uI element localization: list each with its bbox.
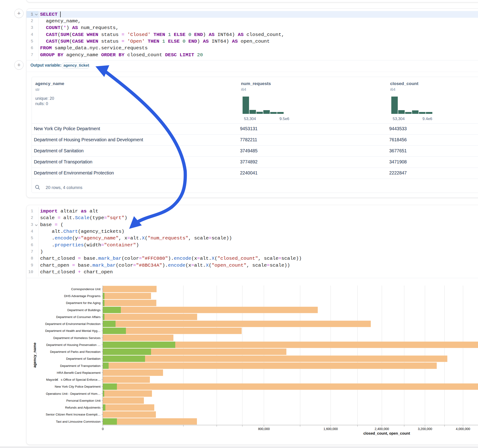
svg-text:HRA Benefit Card Replacement: HRA Benefit Card Replacement <box>57 371 101 374</box>
svg-text:Department of Transportation: Department of Transportation <box>60 364 101 367</box>
svg-text:New York City Police Departmen: New York City Police Department <box>55 385 101 388</box>
svg-text:Department of Buildings: Department of Buildings <box>67 308 101 312</box>
svg-text:Department of Homeless Service: Department of Homeless Services <box>53 336 101 340</box>
svg-text:Correspondence Unit: Correspondence Unit <box>71 287 101 291</box>
svg-text:Department of Parks and Recrea: Department of Parks and Recreation <box>50 350 101 354</box>
svg-text:Department for the Aging: Department for the Aging <box>66 301 101 305</box>
svg-text:Operations Unit - Department o: Operations Unit - Department of Hom… <box>46 392 101 395</box>
svg-text:Department of Consumer Affairs: Department of Consumer Affairs <box>56 315 101 319</box>
svg-text:800,000: 800,000 <box>258 427 270 431</box>
svg-text:Department of Environmental Pr: Department of Environmental Protection <box>45 322 101 326</box>
svg-text:3,200,000: 3,200,000 <box>418 427 432 431</box>
svg-text:2,400,000: 2,400,000 <box>375 427 389 431</box>
svg-text:Department of Health and Menta: Department of Health and Mental Hyg… <box>45 329 101 333</box>
svg-text:Department of Sanitation: Department of Sanitation <box>66 357 101 361</box>
svg-text:Taxi and Limousine Commission: Taxi and Limousine Commission <box>56 420 101 423</box>
svg-text:Mayorâ€ s Office of Special: Mayorâ€ s Office of Special Enforce… <box>46 378 101 381</box>
svg-text:Department of Housing Preserva: Department of Housing Preservation … <box>46 343 101 347</box>
svg-text:1,600,000: 1,600,000 <box>323 427 338 431</box>
svg-text:4,000,000: 4,000,000 <box>456 427 470 431</box>
svg-text:closed_count, open_count: closed_count, open_count <box>363 431 410 435</box>
svg-text:Refunds and Adjustments: Refunds and Adjustments <box>65 406 101 409</box>
svg-text:0: 0 <box>102 427 104 431</box>
svg-text:DHS Advantage Programs: DHS Advantage Programs <box>64 294 101 298</box>
svg-text:Senior Citizen Rent Increase E: Senior Citizen Rent Increase Exempti… <box>46 413 101 416</box>
svg-text:Personal Exemption Unit: Personal Exemption Unit <box>66 399 101 402</box>
svg-text:agency_name: agency_name <box>32 342 37 367</box>
